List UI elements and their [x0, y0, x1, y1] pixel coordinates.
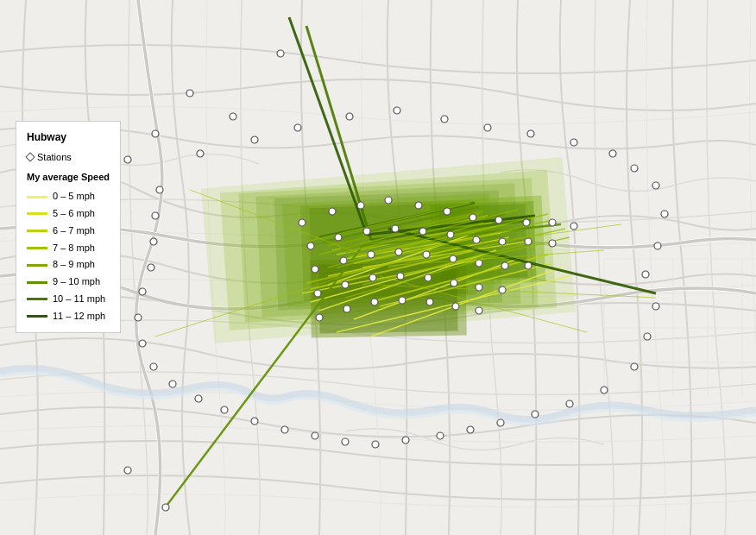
legend-item-label: 7 – 8 mph — [53, 240, 95, 257]
svg-point-92 — [342, 438, 349, 445]
svg-point-73 — [527, 130, 534, 137]
svg-point-115 — [469, 214, 476, 221]
svg-point-130 — [312, 266, 318, 273]
svg-point-121 — [335, 234, 342, 241]
legend-item-label: 8 – 9 mph — [53, 256, 95, 274]
svg-point-114 — [444, 208, 450, 215]
svg-point-84 — [601, 387, 608, 393]
svg-point-70 — [394, 107, 400, 114]
svg-point-143 — [425, 274, 432, 281]
svg-point-128 — [525, 238, 532, 245]
svg-point-109 — [299, 219, 306, 226]
svg-point-120 — [307, 242, 314, 249]
svg-point-79 — [654, 242, 661, 249]
legend-item: 7 – 8 mph — [27, 240, 110, 257]
legend-item-label: 0 – 5 mph — [53, 188, 95, 205]
svg-point-119 — [570, 223, 577, 230]
svg-point-76 — [631, 165, 638, 172]
svg-point-99 — [150, 363, 157, 370]
svg-point-94 — [281, 426, 288, 433]
svg-point-82 — [644, 333, 651, 340]
svg-point-140 — [342, 281, 349, 288]
svg-point-101 — [135, 314, 142, 321]
legend-item-label: 10 – 11 mph — [53, 291, 105, 308]
svg-point-129 — [549, 240, 556, 247]
svg-point-134 — [423, 251, 430, 258]
legend-items: 0 – 5 mph 5 – 6 mph 6 – 7 mph 7 – 8 mph … — [27, 188, 110, 324]
svg-point-103 — [148, 264, 154, 271]
svg-point-97 — [195, 395, 202, 402]
legend-item: 11 – 12 mph — [27, 308, 110, 325]
svg-point-90 — [402, 437, 409, 444]
svg-point-67 — [251, 136, 258, 143]
svg-point-75 — [609, 150, 616, 157]
svg-point-144 — [450, 280, 457, 286]
svg-point-151 — [426, 299, 433, 305]
svg-point-88 — [467, 426, 474, 433]
svg-point-71 — [441, 116, 448, 123]
svg-point-123 — [392, 225, 399, 232]
svg-point-117 — [523, 219, 530, 226]
svg-point-64 — [152, 130, 159, 137]
svg-point-111 — [357, 202, 364, 209]
legend-line-color — [27, 315, 47, 318]
svg-point-100 — [139, 340, 146, 347]
svg-point-108 — [124, 467, 131, 474]
svg-point-137 — [501, 262, 508, 269]
svg-point-72 — [484, 124, 491, 131]
svg-point-91 — [372, 441, 379, 448]
svg-point-98 — [169, 381, 176, 387]
svg-point-69 — [346, 113, 353, 120]
map-container: Hubway Stations My average Speed 0 – 5 m… — [0, 0, 756, 535]
svg-point-96 — [221, 406, 228, 413]
svg-point-141 — [369, 274, 376, 281]
svg-point-122 — [363, 228, 370, 235]
svg-point-105 — [152, 212, 159, 219]
svg-point-95 — [251, 418, 258, 425]
svg-point-149 — [371, 299, 378, 305]
svg-point-107 — [162, 504, 169, 511]
svg-point-63 — [230, 113, 236, 120]
legend-item: 6 – 7 mph — [27, 223, 110, 240]
legend-line-color — [27, 298, 47, 300]
svg-point-142 — [397, 273, 404, 280]
legend-item-label: 6 – 7 mph — [53, 223, 95, 240]
svg-point-147 — [316, 314, 323, 321]
legend-item-label: 11 – 12 mph — [53, 308, 105, 325]
legend-item: 0 – 5 mph — [27, 188, 110, 205]
legend-line-color — [27, 247, 47, 249]
legend-item: 5 – 6 mph — [27, 205, 110, 223]
legend-line-color — [27, 212, 47, 215]
svg-point-110 — [329, 208, 336, 215]
svg-point-136 — [476, 260, 482, 267]
svg-point-127 — [499, 238, 506, 245]
svg-point-68 — [294, 124, 301, 131]
legend: Hubway Stations My average Speed 0 – 5 m… — [16, 121, 121, 333]
svg-point-125 — [447, 231, 454, 238]
svg-point-104 — [150, 238, 157, 245]
station-icon — [25, 153, 35, 162]
svg-point-81 — [652, 303, 659, 310]
legend-item: 8 – 9 mph — [27, 256, 110, 274]
svg-point-152 — [452, 303, 459, 310]
legend-item-label: 9 – 10 mph — [53, 274, 100, 291]
svg-point-139 — [314, 290, 321, 297]
svg-point-65 — [124, 156, 131, 163]
svg-point-133 — [395, 249, 402, 255]
legend-item-label: 5 – 6 mph — [53, 205, 95, 223]
svg-point-116 — [495, 217, 502, 223]
svg-point-135 — [450, 255, 457, 262]
svg-point-62 — [186, 90, 193, 97]
svg-point-89 — [437, 432, 444, 439]
svg-point-153 — [476, 307, 482, 314]
legend-line-color — [27, 196, 47, 198]
svg-point-86 — [532, 411, 539, 418]
svg-point-132 — [368, 251, 375, 258]
svg-point-118 — [549, 219, 556, 226]
svg-point-138 — [525, 262, 532, 269]
svg-point-131 — [340, 257, 347, 264]
legend-line-color — [27, 264, 47, 267]
svg-point-150 — [399, 297, 406, 304]
svg-point-145 — [476, 284, 482, 291]
svg-point-77 — [652, 182, 659, 189]
